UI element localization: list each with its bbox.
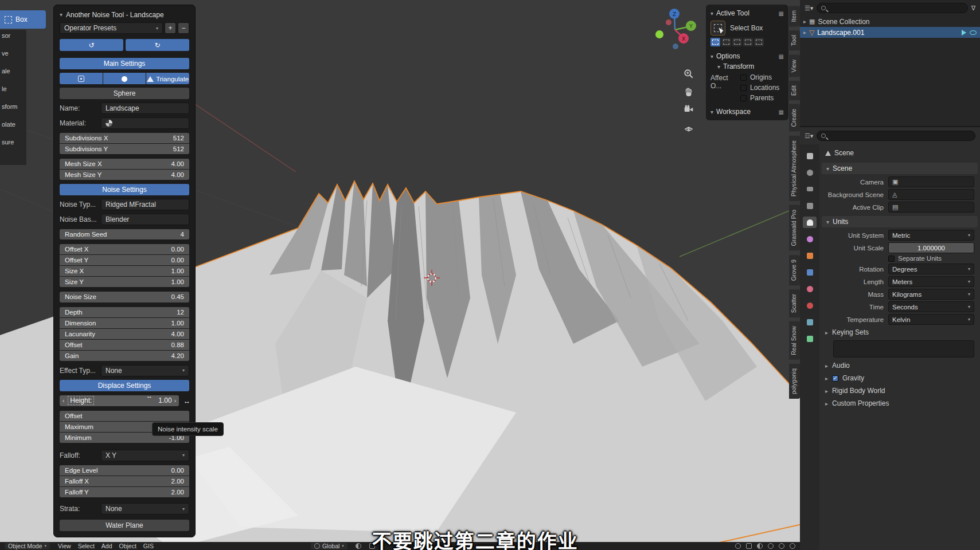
outliner-row-scene-collection[interactable]: ▸ ▦ Scene Collection xyxy=(800,16,980,27)
triangulate-toggle-button[interactable]: Triangulate xyxy=(146,73,189,84)
zoom-icon[interactable] xyxy=(684,69,694,79)
active-clip-field[interactable]: ▤ xyxy=(888,202,974,213)
select-mode-intersect-icon[interactable] xyxy=(754,38,764,46)
orthographic-grid-icon[interactable] xyxy=(684,122,694,132)
expand-caret-icon[interactable]: ▸ xyxy=(825,388,828,394)
tab-edit[interactable]: Edit xyxy=(789,81,800,100)
pan-hand-icon[interactable] xyxy=(684,87,694,97)
tab-particles-properties[interactable] xyxy=(803,283,817,294)
displace-settings-button[interactable]: Displace Settings xyxy=(60,380,189,391)
length-dropdown[interactable]: Meters▾ xyxy=(888,276,974,287)
collapse-caret-icon[interactable]: ▾ xyxy=(710,109,713,115)
scene-section-header[interactable]: ▾ Scene xyxy=(822,163,978,174)
locations-checkbox[interactable] xyxy=(740,85,747,91)
fractal-offset-slider[interactable]: Offset0.88 xyxy=(60,340,189,350)
tab-real-snow[interactable]: Real Snow xyxy=(789,321,800,360)
subdivisions-y-slider[interactable]: Subdivisions Y512 xyxy=(60,144,189,154)
transform-orientation-dropdown[interactable]: Global ▾ xyxy=(311,543,348,549)
camera-field[interactable]: ▣ xyxy=(888,176,974,187)
expand-caret-icon[interactable]: ▸ xyxy=(825,363,828,369)
tab-render-properties[interactable] xyxy=(803,167,817,178)
filter-funnel-icon[interactable]: ∇ xyxy=(971,5,975,12)
options-header[interactable]: ▾ Options ▦ xyxy=(710,51,784,61)
tab-view[interactable]: View xyxy=(789,55,800,77)
transform-subheader[interactable]: ▾ Transform xyxy=(710,61,784,72)
tab-constraints-properties[interactable] xyxy=(803,316,817,328)
tab-tool-properties[interactable] xyxy=(803,150,817,162)
random-seed-slider[interactable]: Random Seed4 xyxy=(60,229,189,239)
proportional-editing-icon[interactable] xyxy=(356,543,361,549)
tab-polygoniq[interactable]: polygoniq xyxy=(789,364,800,399)
camera-view-icon[interactable] xyxy=(684,104,694,115)
offset-x-slider[interactable]: Offset X0.00 xyxy=(60,244,189,254)
gizmo-toggle-icon[interactable] xyxy=(735,543,741,549)
tab-data-properties[interactable] xyxy=(803,333,817,344)
select-box-tool-button[interactable] xyxy=(710,21,725,36)
expand-caret-icon[interactable]: ▸ xyxy=(803,18,806,25)
tab-scene-properties[interactable] xyxy=(803,217,817,228)
tab-output-properties[interactable] xyxy=(803,183,817,195)
time-dropdown[interactable]: Seconds▾ xyxy=(888,301,974,312)
menu-view[interactable]: View xyxy=(58,543,71,549)
tab-create[interactable]: Create xyxy=(789,104,800,132)
collapse-caret-icon[interactable]: ▾ xyxy=(826,166,829,172)
separate-units-checkbox[interactable] xyxy=(888,256,895,262)
lacunarity-slider[interactable]: Lacunarity4.00 xyxy=(60,329,189,339)
tool-item-cursor[interactable]: sor xyxy=(0,30,26,41)
expand-caret-icon[interactable]: ▸ xyxy=(803,29,806,36)
tab-item[interactable]: Item xyxy=(789,6,800,26)
keying-sets-list[interactable] xyxy=(833,340,974,358)
shading-solid-icon[interactable] xyxy=(768,543,774,549)
select-mode-set-icon[interactable] xyxy=(710,38,720,46)
sphere-button[interactable]: Sphere xyxy=(60,88,189,99)
menu-add[interactable]: Add xyxy=(101,543,112,549)
slider-left-arrow-icon[interactable]: ‹ xyxy=(63,398,64,404)
unit-system-dropdown[interactable]: Metric▾ xyxy=(888,230,974,241)
dimension-slider[interactable]: Dimension1.00 xyxy=(60,318,189,328)
gravity-checkbox[interactable]: ✓ xyxy=(832,375,838,382)
properties-search-input[interactable] xyxy=(817,131,975,141)
rigid-body-world-section[interactable]: ▸ Rigid Body World xyxy=(819,385,980,396)
expand-caret-icon[interactable]: ▸ xyxy=(825,400,828,407)
shading-rendered-icon[interactable] xyxy=(790,543,795,549)
main-settings-button[interactable]: Main Settings xyxy=(60,58,189,69)
background-scene-field[interactable]: ◬ xyxy=(888,189,974,200)
displace-offset-slider[interactable]: Offset xyxy=(60,411,189,421)
tool-item-transform[interactable]: sform xyxy=(0,101,26,112)
noise-basis-dropdown[interactable]: Blender xyxy=(101,214,189,225)
visibility-eye-icon[interactable] xyxy=(970,30,977,35)
noise-settings-button[interactable]: Noise Settings xyxy=(60,184,189,195)
collapse-caret-icon[interactable]: ▾ xyxy=(710,10,713,17)
height-slider[interactable]: ‹ Height: 1.00 ↔ › ↔ xyxy=(60,395,179,406)
strata-dropdown[interactable]: None▾ xyxy=(101,503,189,514)
unit-scale-field[interactable]: 1.000000 xyxy=(888,242,974,253)
parents-checkbox[interactable] xyxy=(740,95,747,101)
gravity-section[interactable]: ▸ ✓ Gravity xyxy=(819,372,980,384)
outliner-search-input[interactable] xyxy=(817,3,967,13)
gizmo-neg-y[interactable] xyxy=(655,30,663,38)
size-y-slider[interactable]: Size Y1.00 xyxy=(60,277,189,287)
gain-slider[interactable]: Gain4.20 xyxy=(60,351,189,361)
tool-item-scale[interactable]: ale xyxy=(0,65,26,77)
overlays-toggle-icon[interactable] xyxy=(746,543,752,549)
tab-physics-properties[interactable] xyxy=(803,300,817,311)
mode-dropdown[interactable]: Object Mode▾ xyxy=(5,543,50,549)
noise-size-slider[interactable]: Noise Size0.45 xyxy=(60,292,189,302)
subdivisions-x-slider[interactable]: Subdivisions X512 xyxy=(60,133,189,143)
water-plane-button[interactable]: Water Plane xyxy=(60,520,189,531)
tab-view-layer-properties[interactable] xyxy=(803,200,817,211)
tab-tool[interactable]: Tool xyxy=(789,30,800,50)
effect-type-dropdown[interactable]: None▾ xyxy=(101,365,189,376)
operator-presets-dropdown[interactable]: Operator Presets ▾ xyxy=(60,22,163,34)
tool-item[interactable]: le xyxy=(0,83,26,95)
mesh-size-x-slider[interactable]: Mesh Size X4.00 xyxy=(60,159,189,169)
expand-caret-icon[interactable]: ▸ xyxy=(825,329,828,336)
smooth-toggle-button[interactable] xyxy=(60,73,103,84)
sphere-mode-button[interactable] xyxy=(103,73,146,84)
workspace-header[interactable]: ▾ Workspace ▦ xyxy=(710,107,784,117)
gizmo-neg-z[interactable] xyxy=(673,44,678,49)
collapse-caret-icon[interactable]: ▾ xyxy=(826,219,829,225)
keying-sets-section[interactable]: ▸ Keying Sets xyxy=(819,327,980,338)
xray-toggle-icon[interactable] xyxy=(757,543,763,549)
selectable-icon[interactable] xyxy=(962,30,966,36)
